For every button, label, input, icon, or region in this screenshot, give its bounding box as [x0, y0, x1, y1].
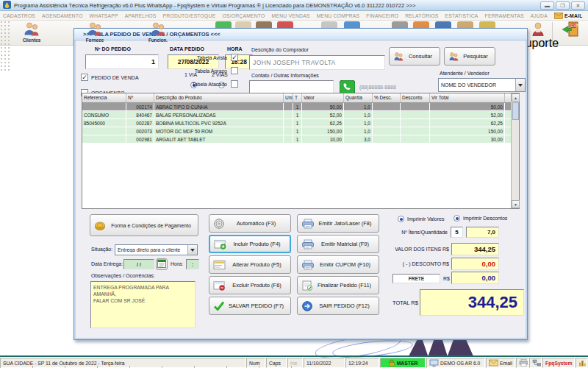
- scroll-up-icon[interactable]: ▲: [512, 93, 520, 102]
- cell-referencia: 85045000: [82, 119, 126, 127]
- column-header-t[interactable]: T: [293, 93, 302, 102]
- close-button[interactable]: ✕: [571, 1, 585, 10]
- emitir-jato-laser-f8-button[interactable]: Emitir Jato/Laser (F8): [297, 214, 379, 233]
- menu-item-whatsapp[interactable]: WHATSAPP: [89, 13, 118, 18]
- scrollbar-thumb[interactable]: [512, 102, 519, 120]
- pedido-venda-checkbox[interactable]: ✓: [81, 74, 88, 81]
- emitir-cupom-f10-button[interactable]: Emitir CUPOM (F10): [297, 255, 379, 274]
- column-header-referencia[interactable]: Referencia: [82, 93, 126, 102]
- printer-icon: [301, 219, 315, 229]
- table-row[interactable]: 002073MOTOR DC MDF 50 ROM1150,001,0150,0…: [82, 127, 519, 135]
- pesquisar-button[interactable]: Pesquisar: [444, 47, 495, 66]
- situacao-value: Entrega direto para o cliente: [115, 247, 187, 252]
- menu-item-email[interactable]: E-MAIL: [554, 13, 583, 19]
- column-header-descricao[interactable]: Descrição do Produto: [154, 93, 284, 102]
- people-search-icon: [448, 52, 459, 61]
- column-header-numero[interactable]: Nº: [126, 93, 154, 102]
- alterar-produto-f5-button[interactable]: Alterar Produto (F5): [209, 255, 291, 274]
- table-row[interactable]: 002981ARGALIT AET TABLET110,003,030,00: [82, 135, 519, 144]
- toolbar-label: Funcion.: [148, 38, 168, 43]
- cell-desconto: [401, 111, 430, 118]
- toolbar-button-fornece[interactable]: Fornece: [63, 21, 126, 43]
- menu-item-cadastros[interactable]: CADASTROS: [3, 13, 35, 18]
- menu-item-menu-vendas[interactable]: MENU VENDAS: [272, 13, 310, 18]
- cell-t: 1: [293, 119, 302, 127]
- column-header-quantia[interactable]: Quantia: [344, 93, 373, 102]
- column-header-uni[interactable]: Uni: [284, 93, 293, 102]
- toolbar-button-funcion[interactable]: Funcion.: [126, 21, 190, 43]
- column-header-vlr_total[interactable]: Vlr Total: [430, 93, 505, 102]
- vendedor-dropdown[interactable]: NOME DO VENDEDOR: [438, 78, 526, 92]
- data-entrega-field[interactable]: / /: [123, 259, 154, 269]
- button-label: Emitir CUPOM (F10): [315, 261, 379, 268]
- imprimir-valores-radio[interactable]: [398, 216, 404, 222]
- menu-item-estatistica[interactable]: ESTATISTICA: [445, 13, 478, 18]
- menu-item-aparelhos[interactable]: APARELHOS: [125, 13, 157, 18]
- tabela-avista-checkbox[interactable]: ✓: [231, 54, 238, 61]
- column-header-desconto[interactable]: Desconto: [401, 93, 430, 102]
- printer-icon: [301, 260, 315, 270]
- status-text: MASTER: [397, 361, 418, 366]
- table-row[interactable]: CONSUMO840467BALAS PERSONALIZADAS152,001…: [82, 111, 519, 119]
- column-header-perc_desc[interactable]: % Desc.: [373, 93, 401, 102]
- cell-descricao: BALAS PERSONALIZADAS: [154, 111, 284, 118]
- hora-entrega-field[interactable]: :: [186, 259, 199, 269]
- frete-button[interactable]: FRETE: [392, 274, 440, 283]
- tabela-aprazo-checkbox[interactable]: [231, 67, 238, 74]
- desconto-field[interactable]: 0,00: [451, 258, 499, 270]
- menu-item-produto-estoque[interactable]: PRODUTO/ESTOQUE: [163, 13, 216, 18]
- menu-item-os-or-amento[interactable]: OS/ORÇAMENTO: [222, 13, 265, 18]
- incluir-produto-f4-button[interactable]: Incluir Produto (F4): [209, 235, 291, 253]
- toolbar-button-exit[interactable]: EXIT: [556, 21, 585, 37]
- table-scrollbar[interactable]: ▲ ▼: [511, 93, 519, 208]
- cell-numero: 002073: [126, 127, 154, 135]
- toolbar-button-clientes[interactable]: Clientes: [0, 21, 63, 43]
- salvar-pedido-f7-button[interactable]: SALVAR PEDIDO (F7): [209, 297, 291, 315]
- finalizar-pedido-f11-button[interactable]: Finalizar Pedido (F11): [297, 276, 379, 294]
- menu-item-agendamento[interactable]: AGENDAMENTO: [42, 13, 82, 18]
- cell-vlr_total: 62,25: [430, 119, 505, 127]
- table-row[interactable]: 85045000002287BOBINA MULTICOIL PVC 9252A…: [82, 119, 519, 127]
- column-header-valor[interactable]: Valor: [302, 93, 344, 102]
- window-title: Programa Assistência Técnica Refrigeraçã…: [14, 2, 539, 9]
- menu-item-relat-rios[interactable]: RELATÓRIOS: [405, 13, 438, 18]
- cell-desconto: [401, 119, 430, 127]
- imprimir-descontos-radio[interactable]: [453, 215, 460, 222]
- status-segment: [576, 358, 587, 368]
- minimize-button[interactable]: ▬: [540, 1, 554, 10]
- valor-itens-label: VALOR DOS ITENS R$: [395, 247, 449, 252]
- calendar-button[interactable]: [156, 258, 168, 270]
- table-row[interactable]: 002174ABRAC TIPO D CUNHA150,001,050,00: [82, 103, 519, 111]
- excluir-produto-f6-button[interactable]: Excluir Produto (F6): [209, 276, 291, 294]
- cell-quantia: 1,0: [344, 103, 373, 110]
- sair-pedido-f12-button[interactable]: SAIR PEDIDO (F12): [297, 297, 379, 315]
- toolbar-button-suporte[interactable]: Suporte: [523, 21, 553, 50]
- status-text: DEMO OS AR 6.0: [440, 361, 480, 366]
- order-number-field[interactable]: 1: [85, 54, 159, 69]
- menu-item-menu-compras[interactable]: MENU COMPRAS: [317, 13, 360, 18]
- observacoes-textarea[interactable]: ENTREGA PROGRAMADA PARA AMANHÃ, FALAR CO…: [90, 281, 196, 328]
- status-text: Ins: [290, 361, 297, 366]
- buyer-field[interactable]: JOHN JOSEPH TRAVOLTA: [249, 55, 385, 70]
- cell-uni: [284, 103, 293, 110]
- button-label: Alterar Produto (F5): [226, 261, 290, 268]
- cell-descricao: ARGALIT AET TABLET: [154, 135, 284, 143]
- situacao-dropdown[interactable]: Entrega direto para o cliente: [115, 244, 198, 255]
- cell-perc_desc: [373, 135, 401, 143]
- menu-item-financeiro[interactable]: FINANCEIRO: [366, 13, 398, 18]
- emitir-matricial-f9-button[interactable]: Emitir Matricial (F9): [297, 235, 379, 253]
- menu-item-ajuda[interactable]: AJUDA: [531, 13, 548, 18]
- button-label: Incluir Produto (F4): [227, 241, 290, 247]
- scroll-down-icon[interactable]: ▼: [512, 200, 520, 208]
- menu-item-ferramentas[interactable]: FERRAMENTAS: [485, 13, 524, 18]
- autom-tico-f3-button[interactable]: Automático (F3): [209, 214, 291, 233]
- consultar-button[interactable]: Consultar: [389, 47, 440, 66]
- payment-button[interactable]: Forma e Condições de Pagamento: [90, 214, 198, 236]
- restore-button[interactable]: ❐: [556, 1, 570, 10]
- tabela-atacado-checkbox[interactable]: [231, 80, 238, 88]
- itens-count-field: 5: [451, 227, 463, 238]
- tabela-atacado-label: Tabela Atacado: [192, 82, 227, 87]
- button-label: SAIR PEDIDO (F12): [313, 302, 379, 309]
- frete-field[interactable]: 0,00: [451, 272, 499, 284]
- cell-vlr_total: 30,00: [430, 135, 505, 143]
